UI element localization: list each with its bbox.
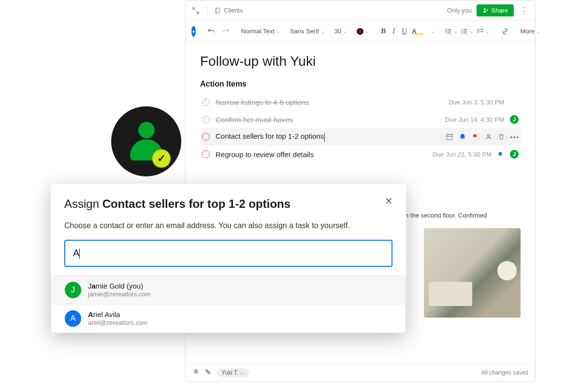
more-icon[interactable]: ••• — [510, 133, 519, 141]
numbered-list-select[interactable]: 123⌄ — [461, 28, 474, 35]
suggestion-email: areil@zerealtors.com — [88, 319, 147, 326]
font-family-select[interactable]: Sans Serif⌄ — [290, 28, 325, 35]
flag-icon[interactable] — [471, 133, 479, 141]
bell-icon[interactable] — [458, 133, 466, 141]
undo-button[interactable] — [205, 26, 217, 37]
topbar: Clients Only you Share ⋮ — [186, 0, 535, 21]
svg-rect-14 — [480, 29, 483, 29]
assign-icon[interactable] — [484, 133, 493, 141]
svg-rect-7 — [447, 33, 451, 33]
font-size-select[interactable]: 30⌄ — [334, 28, 347, 35]
close-icon[interactable]: ✕ — [383, 195, 394, 207]
svg-point-2 — [445, 29, 446, 30]
avatar: A — [65, 310, 81, 327]
breadcrumb-text: Clients — [224, 7, 243, 14]
avatar: J — [65, 282, 81, 298]
task-text: Regroup to review offer details — [216, 150, 427, 159]
suggestion-item[interactable]: A Ariel Avila areil@zerealtors.com — [51, 304, 406, 333]
task-text[interactable]: Contact sellers for top 1-2 options — [216, 132, 439, 141]
modal-description: Choose a contact or enter an email addre… — [64, 221, 392, 230]
reminder-add-icon[interactable]: + — [192, 368, 200, 377]
suggestion-list: J Jamie Gold (you) jamie@zerealtors.com … — [51, 276, 406, 333]
svg-rect-11 — [463, 29, 467, 29]
svg-point-3 — [445, 30, 446, 31]
footer: + + Yuki T. ⌄ All changes saved — [186, 363, 535, 381]
suggestion-email: jamie@zerealtors.com — [88, 290, 151, 298]
save-status: All changes saved — [481, 369, 528, 376]
highlight-select[interactable]: A⌄ — [412, 28, 435, 35]
expand-icon[interactable] — [191, 6, 200, 15]
more-menu-icon[interactable]: ⋮ — [519, 5, 529, 16]
modal-title: Assign Contact sellers for top 1-2 optio… — [64, 197, 392, 211]
assign-badge-graphic — [111, 106, 181, 176]
check-icon — [152, 149, 171, 168]
redo-button[interactable] — [220, 26, 232, 37]
underline-button[interactable]: U — [400, 26, 409, 37]
svg-rect-13 — [463, 33, 467, 33]
task-due: Due Jun 22, 5:30 PM — [433, 151, 492, 158]
svg-rect-0 — [216, 8, 220, 13]
bold-button[interactable]: B — [379, 26, 388, 37]
svg-rect-15 — [480, 31, 483, 32]
task-checkbox-icon[interactable] — [202, 133, 210, 141]
svg-text:+: + — [209, 371, 211, 376]
visibility-label: Only you — [447, 7, 472, 14]
svg-rect-16 — [447, 134, 452, 140]
suggestion-item[interactable]: J Jamie Gold (you) jamie@zerealtors.com — [51, 276, 406, 304]
task-text: Confirm her must-haves — [216, 116, 439, 124]
document-title[interactable]: Follow-up with Yuki — [200, 54, 521, 69]
task-row[interactable]: Regroup to review offer details Due Jun … — [200, 145, 521, 163]
italic-button[interactable]: I — [391, 26, 397, 37]
task-row[interactable]: Confirm her must-haves Due Jun 14, 4:30 … — [200, 111, 521, 128]
task-actions: ••• — [445, 133, 519, 141]
share-button[interactable]: Share — [477, 4, 514, 16]
checklist-select[interactable]: ⌄ — [477, 28, 490, 35]
text-color-select[interactable]: ⌄ — [357, 28, 369, 35]
svg-point-17 — [487, 135, 490, 137]
task-row[interactable]: Narrow listings to 4-6 options Due Jun 3… — [200, 93, 521, 111]
tag-add-icon[interactable]: + — [204, 368, 212, 377]
format-toolbar: + Normal Text⌄ Sans Serif⌄ 30⌄ ⌄ B I U A… — [186, 21, 535, 42]
breadcrumb[interactable]: Clients — [214, 7, 243, 14]
svg-text:+: + — [197, 371, 199, 376]
bullet-list-select[interactable]: ⌄ — [445, 28, 458, 35]
suggestion-name: Jamie Gold (you) — [88, 282, 151, 290]
insert-button[interactable]: + — [191, 26, 196, 37]
task-row-active[interactable]: Contact sellers for top 1-2 options ••• — [200, 128, 521, 145]
paragraph-style-select[interactable]: Normal Text⌄ — [241, 28, 280, 35]
svg-point-1 — [484, 8, 486, 10]
svg-rect-6 — [447, 31, 451, 31]
task-text: Narrow listings to 4-6 options — [216, 98, 443, 106]
svg-rect-12 — [463, 31, 467, 31]
section-heading: Action Items — [200, 80, 521, 88]
embedded-image[interactable] — [424, 228, 521, 318]
more-format-select[interactable]: More⌄ — [521, 28, 541, 35]
bell-icon — [497, 150, 504, 159]
delete-icon[interactable] — [497, 133, 506, 141]
assign-modal: ✕ Assign Contact sellers for top 1-2 opt… — [51, 184, 406, 333]
task-checkbox-checked-icon[interactable] — [202, 116, 210, 123]
task-checkbox-checked-icon[interactable] — [202, 98, 210, 106]
assignee-avatar: J — [510, 150, 519, 159]
task-due: Due Jun 14, 4:30 PM — [445, 116, 504, 123]
share-label: Share — [491, 7, 508, 14]
task-checkbox-icon[interactable] — [202, 150, 210, 158]
suggestion-name: Ariel Avila — [88, 310, 147, 319]
note-body-fragment: in on the second floor. Confirmed — [395, 211, 521, 220]
link-button[interactable] — [499, 26, 511, 37]
svg-point-4 — [445, 32, 446, 33]
task-list: Narrow listings to 4-6 options Due Jun 3… — [200, 93, 521, 163]
assignee-avatar: J — [510, 115, 519, 124]
task-due: Due Jun 3, 5:30 PM — [449, 99, 504, 106]
svg-text:3: 3 — [461, 32, 463, 34]
separator — [207, 6, 207, 15]
calendar-icon[interactable] — [445, 133, 453, 141]
assignee-input[interactable]: A — [64, 240, 392, 267]
svg-rect-5 — [447, 29, 451, 29]
tag-chip[interactable]: Yuki T. ⌄ — [217, 368, 249, 377]
